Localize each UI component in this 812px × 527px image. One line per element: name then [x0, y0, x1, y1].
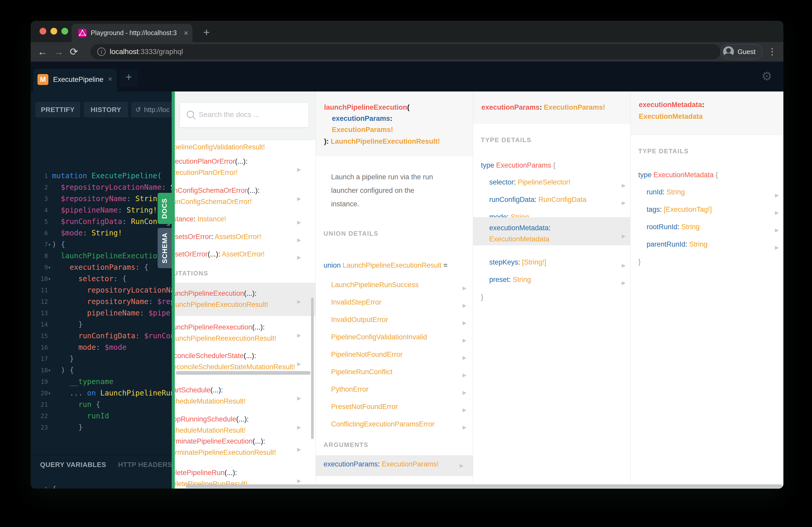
http-headers-tab[interactable]: HTTP HEADERS: [118, 461, 172, 469]
profile-button[interactable]: Guest: [721, 44, 763, 59]
history-button[interactable]: HISTORY: [84, 102, 128, 118]
type-close-brace: }: [481, 291, 483, 303]
code-text: }: [52, 319, 83, 330]
docs-item-reconcileSchedulerState[interactable]: reconcileSchedulerState(...):ReconcileSc…: [175, 350, 316, 373]
union-member-InvalidStepError[interactable]: InvalidStepError▶: [331, 297, 466, 308]
docs-item-partial[interactable]: PipelineConfigValidationResult!: [175, 141, 316, 153]
query-line: 23 }: [31, 422, 172, 433]
line-number: 7: [31, 239, 48, 250]
docs-item-startSchedule[interactable]: startSchedule(...):ScheduleMutationResul…: [175, 385, 316, 407]
code-text: mutation ExecutePipeline(: [52, 170, 161, 182]
docs-item-instance[interactable]: instance: Instance!▶: [175, 214, 316, 225]
type-declaration: type ExecutionParams {: [481, 160, 555, 171]
playground-new-tab-button[interactable]: +: [120, 69, 138, 87]
docs-horizontal-scrollbar[interactable]: [186, 484, 782, 488]
field-executionMetadata[interactable]: executionMetadata:ExecutionMetadata▶: [489, 223, 625, 245]
traffic-minimize-button[interactable]: [50, 28, 57, 34]
endpoint-reload-icon[interactable]: ↺: [135, 106, 141, 114]
docs-item-terminatePipelineExecution[interactable]: terminatePipelineExecution(...):Terminat…: [175, 436, 316, 458]
docs-vertical-scrollbar[interactable]: [311, 298, 314, 439]
union-member-InvalidOutputError[interactable]: InvalidOutputError▶: [331, 314, 466, 325]
field-stepKeys[interactable]: stepKeys: [String!]▶: [489, 257, 625, 268]
docs-item-assetsOrError[interactable]: assetsOrError: AssetsOrError!▶: [175, 231, 316, 242]
back-icon[interactable]: ←: [38, 45, 47, 58]
union-member-PipelineNotFoundError[interactable]: PipelineNotFoundError▶: [331, 349, 466, 360]
field-parentRunId[interactable]: parentRunId: String▶: [647, 239, 779, 250]
line-number: 12: [31, 296, 48, 307]
docs-item-runConfigSchemaOrError[interactable]: runConfigSchemaOrError(...):RunConfigSch…: [175, 185, 316, 207]
query-line: 1mutation ExecutePipeline(: [31, 170, 172, 182]
url-path: :3333/graphql: [139, 48, 183, 56]
query-editor[interactable]: 1mutation ExecutePipeline(2 $repositoryL…: [31, 130, 172, 488]
union-member-LaunchPipelineRunSuccess[interactable]: LaunchPipelineRunSuccess▶: [331, 280, 466, 290]
variables-pane: QUERY VARIABLES HTTP HEADERS 1▾{2 "repos…: [31, 455, 172, 488]
endpoint-input[interactable]: ↺http://loc: [131, 102, 172, 118]
code-text: $repositoryName: String!: [52, 193, 166, 205]
docs-item-assetOrError[interactable]: assetOrError(...): AssetOrError!▶: [175, 249, 316, 260]
query-line: 5 $runConfigData: RunConfigData!: [31, 216, 172, 227]
new-tab-button[interactable]: +: [199, 26, 214, 40]
code-text: }: [52, 353, 74, 365]
traffic-close-button[interactable]: [40, 28, 46, 34]
line-number: 5: [31, 216, 48, 227]
line-number: 3: [31, 193, 48, 205]
traffic-zoom-button[interactable]: [61, 28, 68, 34]
selected-argument-row[interactable]: executionParams: ExecutionParams! ▶: [316, 455, 473, 476]
prettify-button[interactable]: PRETTIFY: [35, 102, 80, 118]
line-number: 19: [31, 376, 48, 388]
code-text: repositoryName: $repositoryName: [52, 296, 172, 307]
docs-item-stopRunningSchedule[interactable]: stopRunningSchedule(...):ScheduleMutatio…: [175, 414, 316, 436]
field-tags[interactable]: tags: [ExecutionTag!]▶: [647, 204, 779, 215]
browser-tab[interactable]: Playground - http://localhost:3 ×: [72, 24, 192, 42]
query-line: 17 }: [31, 353, 172, 365]
query-line: 12 repositoryName: $repositoryName: [31, 296, 172, 307]
docs-col1-horizontal-scrollbar[interactable]: [176, 371, 310, 375]
code-text: launchPipelineExecution(: [52, 250, 166, 262]
field-runConfigData[interactable]: runConfigData: RunConfigData▶: [489, 194, 625, 205]
variables-line: 1▾{: [31, 484, 172, 488]
union-member-PipelineConfigValidationInvalid[interactable]: PipelineConfigValidationInvalid▶: [331, 332, 466, 343]
playground-tab-executepipeline[interactable]: M ExecutePipeline ×: [33, 69, 117, 91]
union-member-ConflictingExecutionParamsError[interactable]: ConflictingExecutionParamsError▶: [331, 419, 466, 430]
code-text: runConfigData: $runConfigData: [52, 330, 172, 342]
playground-tab-close-icon[interactable]: ×: [108, 75, 112, 84]
code-text: repositoryLocationName: $repositoryLocat…: [52, 285, 172, 296]
union-member-PipelineRunConflict[interactable]: PipelineRunConflict▶: [331, 366, 466, 378]
docs-column-field: launchPipelineExecution( executionParams…: [316, 91, 473, 488]
address-bar[interactable]: i localhost:3333/graphql: [90, 44, 721, 59]
settings-gear-icon[interactable]: ⚙: [760, 70, 773, 82]
type-banner-2: executionMetadata: ExecutionMetadata: [630, 91, 783, 135]
union-details-header: UNION DETAILS: [323, 230, 378, 237]
query-line: 14 }: [31, 319, 172, 330]
tab-close-icon[interactable]: ×: [184, 28, 188, 38]
union-member-PythonError[interactable]: PythonError▶: [331, 384, 466, 395]
docs-side-tab[interactable]: DOCS: [158, 193, 172, 224]
reload-icon[interactable]: ⟳: [70, 45, 78, 58]
docs-item-executionPlanOrError[interactable]: executionPlanOrError(...):ExecutionPlanO…: [175, 156, 316, 178]
chevron-right-icon: ▶: [775, 190, 779, 201]
chevron-right-icon: ▶: [460, 463, 463, 468]
code-text: executionParams: {: [52, 262, 148, 273]
browser-menu-icon[interactable]: ⋮: [768, 46, 777, 57]
forward-icon[interactable]: →: [54, 45, 63, 58]
schema-side-tab[interactable]: SCHEMA: [158, 228, 172, 268]
field-selector[interactable]: selector: PipelineSelector!▶: [489, 177, 625, 188]
query-line: 10▾ selector: {: [31, 273, 172, 285]
union-member-PresetNotFoundError[interactable]: PresetNotFoundError▶: [331, 401, 466, 412]
docs-item-launchPipelineReexecution[interactable]: launchPipelineReexecution(...):LaunchPip…: [175, 322, 316, 344]
code-text: ... on LaunchPipelineRunSuccess {: [52, 388, 172, 399]
site-info-icon[interactable]: i: [97, 48, 106, 56]
line-number: 10: [31, 273, 48, 285]
docs-item-launchPipelineExecution[interactable]: launchPipelineExecution(...):LaunchPipel…: [175, 288, 316, 310]
line-number: 6: [31, 227, 48, 239]
field-runId[interactable]: runId: String▶: [647, 186, 779, 198]
chevron-right-icon: ▶: [462, 283, 466, 293]
query-line: 4 $pipelineName: String!: [31, 205, 172, 216]
union-declaration: union LaunchPipelineExecutionResult =: [323, 260, 448, 271]
field-rootRunId[interactable]: rootRunId: String▶: [647, 222, 779, 232]
field-preset[interactable]: preset: String▶: [489, 274, 625, 285]
query-line: 8 launchPipelineExecution(: [31, 250, 172, 262]
field-description: Launch a pipeline run via the run launch…: [331, 170, 443, 211]
chevron-right-icon: ▶: [297, 164, 301, 175]
query-variables-tab[interactable]: QUERY VARIABLES: [40, 461, 106, 469]
